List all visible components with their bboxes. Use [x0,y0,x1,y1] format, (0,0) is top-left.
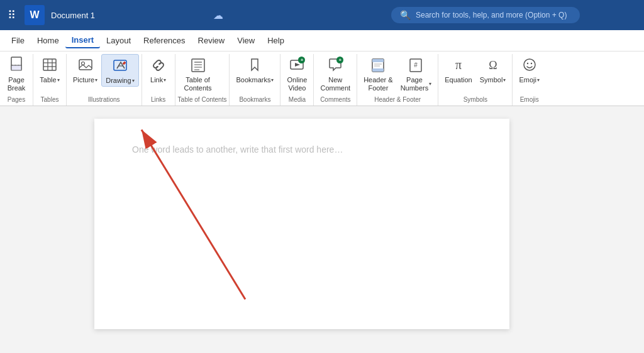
ribbon-group-header-footer: Header &Footer # PageNumbers ▾ Header & … [357,54,438,106]
table-label: Table [40,76,56,84]
ribbon-group-emojis: Emoji ▾ Emojis [513,54,546,106]
illustrations-group-label: Illustrations [69,94,139,106]
emojis-group-label: Emojis [515,94,543,106]
bookmarks-button[interactable]: Bookmarks ▾ [232,54,277,85]
header-footer-icon [370,57,386,74]
picture-arrow: ▾ [95,77,97,84]
header-footer-group-label: Header & Footer [360,94,435,106]
media-group-label: Media [283,94,311,106]
symbol-label: Symbol [480,76,503,84]
page-break-icon [8,57,25,74]
header-footer-button[interactable]: Header &Footer [360,54,396,94]
cloud-icon: ☁ [213,9,223,21]
svg-line-31 [142,130,245,300]
picture-icon [77,57,94,74]
ribbon-group-comments: + NewComment Comments [314,54,357,106]
apps-icon[interactable]: ⠿ [8,8,16,22]
equation-button[interactable]: π Equation [441,54,475,85]
table-button[interactable]: Table ▾ [36,54,64,85]
word-logo: W [25,5,45,25]
document-page[interactable]: One word leads to another, write that fi… [94,119,509,329]
svg-rect-2 [11,65,21,70]
drawing-label: Drawing [106,77,131,85]
ribbon: PageBreak Pages Table ▾ [0,52,644,106]
page-numbers-icon: # [408,57,424,74]
new-comment-label: NewComment [320,76,350,92]
picture-button[interactable]: Picture ▾ [69,54,101,85]
equation-icon: π [450,57,467,74]
online-video-button[interactable]: + OnlineVideo [283,54,311,94]
drawing-arrow: ▾ [132,78,135,84]
links-group-label: Links [145,94,172,106]
toc-label: Table ofContents [184,76,212,92]
picture-label: Picture [73,76,94,84]
title-bar: ⠿ W Document 1 ☁ 🔍 Search for tools, hel… [0,0,644,30]
menu-view[interactable]: View [231,33,261,48]
svg-text:Ω: Ω [489,59,497,72]
pages-group-label: Pages [3,94,30,106]
svg-rect-3 [43,59,56,70]
menu-references[interactable]: References [137,33,191,48]
link-arrow: ▾ [164,77,166,84]
online-video-label: OnlineVideo [287,76,308,92]
drawing-button[interactable]: Drawing ▾ [101,54,138,87]
symbols-group-label: Symbols [441,94,509,106]
document-placeholder: One word leads to another, write that fi… [132,144,343,155]
ribbon-group-toc: Table ofContents Table of Contents [175,54,230,106]
ribbon-group-bookmarks: Bookmarks ▾ Bookmarks [230,54,280,106]
online-video-icon: + [289,57,305,74]
ribbon-group-pages: PageBreak Pages [0,54,33,106]
header-footer-label: Header &Footer [364,76,392,92]
document-area: One word leads to another, write that fi… [0,106,644,342]
comments-group-label: Comments [316,94,354,106]
ribbon-group-illustrations: Picture ▾ Drawing ▾ I [67,54,142,106]
search-placeholder: Search for tools, help, and more (Option… [416,11,567,19]
emoji-button[interactable]: Emoji ▾ [515,54,543,85]
svg-text:π: π [455,58,462,72]
bookmarks-arrow: ▾ [271,77,274,84]
menu-layout[interactable]: Layout [100,33,137,48]
page-numbers-arrow: ▾ [429,81,431,87]
new-comment-button[interactable]: + NewComment [316,54,354,94]
bookmarks-icon [247,57,263,74]
svg-rect-8 [79,60,92,70]
svg-point-29 [530,63,531,64]
link-label: Link [150,76,163,84]
link-button[interactable]: Link ▾ [145,54,172,85]
emoji-label: Emoji [519,76,536,84]
symbol-button[interactable]: Ω Symbol ▾ [476,54,510,85]
toc-icon [189,57,207,74]
menu-insert[interactable]: Insert [65,33,100,48]
ribbon-group-media: + OnlineVideo Media [280,54,314,106]
menu-review[interactable]: Review [192,33,231,48]
search-bar[interactable]: 🔍 Search for tools, help, and more (Opti… [391,7,580,23]
toc-button[interactable]: Table ofContents [178,54,218,94]
equation-label: Equation [445,76,472,84]
ribbon-group-symbols: π Equation Ω Symbol ▾ Symbols [438,54,513,106]
bookmarks-group-label: Bookmarks [232,94,277,106]
symbol-arrow: ▾ [503,77,506,84]
link-icon [150,57,167,74]
menu-help[interactable]: Help [261,33,291,48]
svg-marker-17 [295,63,300,67]
svg-rect-20 [372,68,384,72]
page-break-button[interactable]: PageBreak [3,54,30,94]
doc-title: Document 1 [51,11,207,20]
table-arrow: ▾ [57,77,60,84]
menu-home[interactable]: Home [31,33,65,48]
bookmarks-label: Bookmarks [236,76,270,84]
page-numbers-button[interactable]: # PageNumbers ▾ [397,54,436,94]
symbol-icon: Ω [485,57,501,74]
table-icon [42,57,58,74]
search-icon: 🔍 [400,10,411,20]
menu-bar: File Home Insert Layout References Revie… [0,30,644,52]
emoji-arrow: ▾ [537,77,540,84]
toc-group-label: Table of Contents [178,94,227,106]
ribbon-group-tables: Table ▾ Tables [33,54,67,106]
page-break-label: PageBreak [8,76,26,92]
menu-file[interactable]: File [5,33,31,48]
drawing-icon [112,57,128,75]
svg-point-28 [526,63,528,64]
new-comment-icon: + [327,57,343,74]
svg-rect-19 [372,59,384,62]
